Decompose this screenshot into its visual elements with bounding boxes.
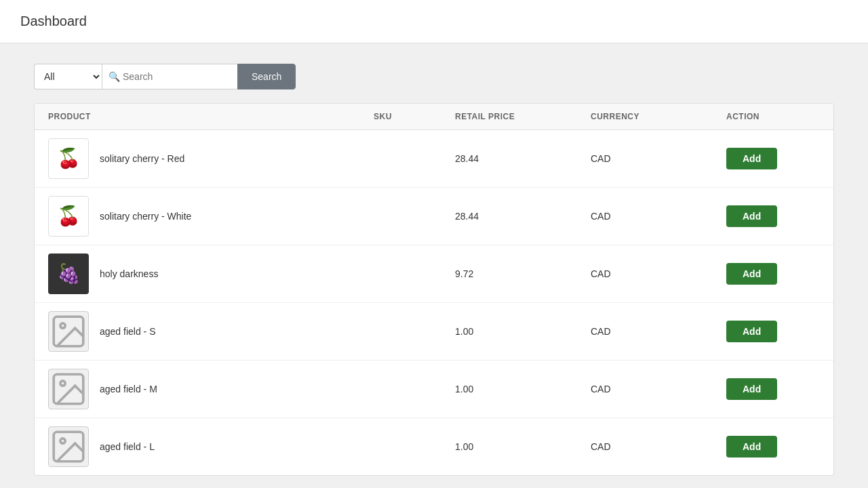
product-table: PRODUCT SKU RETAIL PRICE CURRENCY ACTION… bbox=[34, 103, 834, 476]
product-image: 🍒 bbox=[48, 196, 89, 237]
product-cell: aged field - M bbox=[48, 369, 374, 409]
dark-cherry-icon: 🍇 bbox=[57, 264, 81, 283]
add-button-1[interactable]: Add bbox=[726, 205, 777, 227]
svg-point-1 bbox=[60, 323, 65, 328]
page-title: Dashboard bbox=[20, 14, 848, 29]
table-header: PRODUCT SKU RETAIL PRICE CURRENCY ACTION bbox=[35, 104, 833, 130]
col-header-action: ACTION bbox=[726, 112, 820, 121]
product-cell: 🍇 holy darkness bbox=[48, 253, 374, 294]
table-row: 🍇 holy darkness 9.72 CAD Add bbox=[35, 245, 833, 303]
add-button-5[interactable]: Add bbox=[726, 436, 777, 458]
price-cell: 1.00 bbox=[455, 326, 591, 337]
currency-cell: CAD bbox=[591, 211, 726, 222]
add-button-3[interactable]: Add bbox=[726, 321, 777, 342]
category-select[interactable]: All Products SKU bbox=[34, 64, 102, 89]
action-cell: Add bbox=[726, 205, 820, 227]
page-header: Dashboard bbox=[0, 0, 868, 43]
add-button-0[interactable]: Add bbox=[726, 148, 777, 169]
action-cell: Add bbox=[726, 378, 820, 400]
col-header-currency: CURRENCY bbox=[591, 112, 726, 121]
main-content: All Products SKU 🔍 Search PRODUCT SKU RE… bbox=[0, 43, 868, 488]
cherry-red-icon: 🍒 bbox=[57, 149, 81, 168]
action-cell: Add bbox=[726, 263, 820, 285]
price-cell: 28.44 bbox=[455, 211, 591, 222]
product-image bbox=[48, 426, 89, 467]
currency-cell: CAD bbox=[591, 384, 726, 394]
product-image: 🍒 bbox=[48, 138, 89, 179]
product-image bbox=[48, 311, 89, 352]
action-cell: Add bbox=[726, 321, 820, 342]
currency-cell: CAD bbox=[591, 268, 726, 279]
action-cell: Add bbox=[726, 436, 820, 458]
image-placeholder-icon bbox=[49, 312, 88, 351]
table-row: aged field - S 1.00 CAD Add bbox=[35, 303, 833, 361]
search-button[interactable]: Search bbox=[237, 64, 296, 89]
search-input-wrapper: 🔍 bbox=[102, 64, 237, 89]
cherry-white-icon: 🍒 bbox=[57, 207, 81, 226]
product-cell: 🍒 solitary cherry - Red bbox=[48, 138, 374, 179]
search-bar: All Products SKU 🔍 Search bbox=[34, 64, 834, 89]
price-cell: 28.44 bbox=[455, 153, 591, 164]
product-cell: 🍒 solitary cherry - White bbox=[48, 196, 374, 237]
col-header-sku: SKU bbox=[374, 112, 455, 121]
image-placeholder-icon bbox=[49, 427, 88, 466]
table-row: 🍒 solitary cherry - White 28.44 CAD Add bbox=[35, 188, 833, 245]
svg-point-3 bbox=[60, 381, 65, 386]
table-row: aged field - L 1.00 CAD Add bbox=[35, 418, 833, 475]
product-name: aged field - S bbox=[100, 326, 156, 337]
price-cell: 9.72 bbox=[455, 268, 591, 279]
currency-cell: CAD bbox=[591, 153, 726, 164]
col-header-product: PRODUCT bbox=[48, 112, 374, 121]
product-name: aged field - M bbox=[100, 384, 157, 394]
price-cell: 1.00 bbox=[455, 384, 591, 394]
col-header-price: RETAIL PRICE bbox=[455, 112, 591, 121]
product-image bbox=[48, 369, 89, 409]
product-cell: aged field - S bbox=[48, 311, 374, 352]
search-input[interactable] bbox=[102, 64, 237, 89]
product-image: 🍇 bbox=[48, 253, 89, 294]
image-placeholder-icon bbox=[49, 369, 88, 409]
svg-point-5 bbox=[60, 439, 65, 443]
product-name: solitary cherry - Red bbox=[100, 153, 184, 164]
currency-cell: CAD bbox=[591, 441, 726, 452]
product-cell: aged field - L bbox=[48, 426, 374, 467]
table-row: aged field - M 1.00 CAD Add bbox=[35, 361, 833, 418]
action-cell: Add bbox=[726, 148, 820, 169]
product-name: aged field - L bbox=[100, 441, 155, 452]
product-name: solitary cherry - White bbox=[100, 211, 191, 222]
table-row: 🍒 solitary cherry - Red 28.44 CAD Add bbox=[35, 130, 833, 188]
price-cell: 1.00 bbox=[455, 441, 591, 452]
add-button-4[interactable]: Add bbox=[726, 378, 777, 400]
search-icon: 🔍 bbox=[108, 71, 120, 82]
currency-cell: CAD bbox=[591, 326, 726, 337]
add-button-2[interactable]: Add bbox=[726, 263, 777, 285]
product-name: holy darkness bbox=[100, 268, 158, 279]
